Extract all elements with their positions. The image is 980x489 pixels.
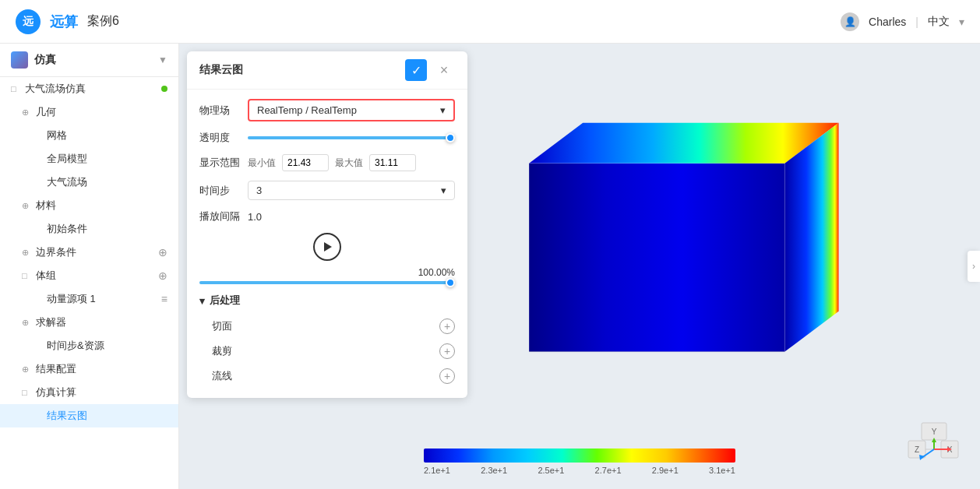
item-label: 大气流场 bbox=[47, 175, 87, 189]
add-clip-button[interactable]: + bbox=[439, 343, 455, 359]
min-label: 最小值 bbox=[248, 157, 276, 170]
item-label: 材料 bbox=[36, 199, 56, 213]
chevron-right-icon: › bbox=[972, 261, 975, 272]
language-selector[interactable]: 中文 bbox=[928, 15, 950, 29]
menu-icon[interactable]: ≡ bbox=[161, 293, 167, 305]
colorbar-container: 2.1e+1 2.3e+1 2.5e+1 2.7e+1 2.9e+1 3.1e+… bbox=[424, 449, 735, 475]
interval-label: 播放间隔 bbox=[199, 209, 240, 223]
add-section-button[interactable]: + bbox=[439, 318, 455, 334]
post-item-label: 裁剪 bbox=[212, 344, 232, 358]
slider-fill bbox=[248, 136, 455, 139]
sidebar-item-material[interactable]: ⊕ 材料 bbox=[0, 194, 178, 217]
sidebar-item-boundary-condition[interactable]: ⊕ 边界条件 ⊕ bbox=[0, 241, 178, 264]
max-value-input[interactable] bbox=[369, 154, 416, 171]
sidebar-item-geometry[interactable]: ⊕ 几何 bbox=[0, 100, 178, 124]
colorbar-label-0: 2.1e+1 bbox=[424, 466, 450, 475]
svg-text:Y: Y bbox=[932, 427, 937, 436]
axis-indicator: Y Z X bbox=[902, 411, 964, 473]
post-item-clip: 裁剪 + bbox=[199, 339, 455, 364]
sidebar-item-result-cloud[interactable]: 结果云图 bbox=[0, 404, 178, 427]
post-item-streamline: 流线 + bbox=[199, 364, 455, 389]
slider-thumb[interactable] bbox=[446, 133, 455, 142]
language-chevron[interactable]: ▾ bbox=[959, 16, 964, 28]
post-item-section: 切面 + bbox=[199, 314, 455, 339]
display-range-label: 显示范围 bbox=[199, 156, 240, 170]
play-button[interactable] bbox=[313, 233, 341, 261]
sidebar-item-initial-condition[interactable]: 初始条件 bbox=[0, 217, 178, 241]
progress-track[interactable] bbox=[199, 281, 455, 284]
sidebar-item-timestep[interactable]: 时间步&资源 bbox=[0, 334, 178, 357]
colorbar-label-2: 2.5e+1 bbox=[538, 466, 564, 475]
progress-thumb[interactable] bbox=[446, 278, 455, 287]
sidebar-collapse-arrow[interactable]: ▼ bbox=[158, 55, 167, 65]
colorbar-label-3: 2.7e+1 bbox=[595, 466, 622, 475]
interval-row: 播放间隔 1.0 bbox=[199, 209, 455, 223]
slider-track bbox=[248, 136, 455, 139]
header-right: 👤 Charles | 中文 ▾ bbox=[841, 12, 964, 31]
plus-icon[interactable]: ⊕ bbox=[158, 269, 167, 282]
sidebar-item-result-config[interactable]: ⊕ 结果配置 bbox=[0, 357, 178, 381]
content-area: 结果云图 ✓ × 物理场 RealTemp / RealTemp ▾ bbox=[179, 44, 980, 489]
display-range-row: 显示范围 最小值 最大值 bbox=[199, 154, 455, 171]
logo-icon: 远 bbox=[16, 9, 41, 34]
physics-value: RealTemp / RealTemp bbox=[257, 104, 357, 116]
transparency-row: 透明度 bbox=[199, 131, 455, 145]
right-collapse-button[interactable]: › bbox=[968, 251, 980, 282]
post-processing-header[interactable]: ▾ 后处理 bbox=[199, 294, 455, 308]
result-cloud-panel: 结果云图 ✓ × 物理场 RealTemp / RealTemp ▾ bbox=[187, 51, 467, 398]
main-layout: 仿真 ▼ □ 大气流场仿真 ⊕ 几何 网格 全局模型 大气流场 ⊕ 材料 bbox=[0, 44, 980, 489]
status-dot bbox=[161, 86, 167, 92]
colorbar bbox=[424, 449, 735, 463]
physics-select[interactable]: RealTemp / RealTemp ▾ bbox=[248, 99, 455, 121]
item-label: 结果配置 bbox=[36, 362, 76, 376]
item-label: 网格 bbox=[47, 128, 67, 142]
sidebar-header-left: 仿真 bbox=[11, 51, 56, 69]
case-name: 案例6 bbox=[87, 13, 119, 30]
chevron-down-icon: ▾ bbox=[440, 104, 446, 116]
colorbar-label-1: 2.3e+1 bbox=[481, 466, 507, 475]
post-item-label: 切面 bbox=[212, 319, 232, 333]
header: 远 远算 案例6 👤 Charles | 中文 ▾ bbox=[0, 0, 980, 44]
sidebar-item-body-group[interactable]: □ 体组 ⊕ bbox=[0, 264, 178, 287]
confirm-button[interactable]: ✓ bbox=[405, 59, 427, 81]
divider: | bbox=[915, 16, 918, 28]
user-name: Charles bbox=[869, 16, 906, 28]
svg-text:Z: Z bbox=[915, 445, 919, 454]
brand-name: 远算 bbox=[50, 12, 78, 31]
timestep-row: 时间步 3 ▾ bbox=[199, 181, 455, 200]
chevron-down-icon: ▾ bbox=[441, 185, 446, 196]
panel-actions: ✓ × bbox=[405, 59, 455, 81]
min-value-input[interactable] bbox=[282, 154, 329, 171]
interval-value: 1.0 bbox=[248, 211, 262, 223]
sidebar-item-atm-field[interactable]: 大气流场 bbox=[0, 171, 178, 194]
sidebar-item-global-model[interactable]: 全局模型 bbox=[0, 147, 178, 171]
panel-header: 结果云图 ✓ × bbox=[187, 51, 467, 90]
colorbar-label-4: 2.9e+1 bbox=[652, 466, 679, 475]
sidebar-item-dynamic-source[interactable]: 动量源项 1 ≡ bbox=[0, 287, 178, 311]
box-top-face bbox=[529, 123, 838, 164]
item-label: 大气流场仿真 bbox=[25, 82, 86, 96]
transparency-slider[interactable] bbox=[248, 136, 455, 139]
play-button-container bbox=[199, 233, 455, 261]
plus-icon[interactable]: ⊕ bbox=[158, 246, 167, 259]
box-front-face bbox=[529, 164, 784, 352]
sidebar-item-solver[interactable]: ⊕ 求解器 bbox=[0, 311, 178, 334]
sidebar-item-sim-calc[interactable]: □ 仿真计算 bbox=[0, 381, 178, 404]
expand-icon: ⊕ bbox=[22, 201, 31, 211]
timestep-select[interactable]: 3 ▾ bbox=[248, 181, 455, 200]
item-label: 求解器 bbox=[36, 315, 66, 329]
sidebar-item-mesh[interactable]: 网格 bbox=[0, 124, 178, 147]
colorbar-label-5: 3.1e+1 bbox=[709, 466, 735, 475]
add-streamline-button[interactable]: + bbox=[439, 368, 455, 384]
panel-title: 结果云图 bbox=[199, 63, 243, 77]
progress-fill bbox=[199, 281, 455, 284]
expand-icon: ⊕ bbox=[22, 248, 31, 258]
timestep-value: 3 bbox=[256, 185, 262, 196]
panel-body: 物理场 RealTemp / RealTemp ▾ 透明度 bbox=[187, 90, 467, 398]
close-button[interactable]: × bbox=[433, 59, 455, 81]
item-label: 边界条件 bbox=[36, 245, 76, 259]
transparency-label: 透明度 bbox=[199, 131, 240, 145]
sidebar-item-atm-flow[interactable]: □ 大气流场仿真 bbox=[0, 77, 178, 100]
expand-icon: ⊕ bbox=[22, 107, 31, 118]
item-label: 初始条件 bbox=[47, 222, 87, 236]
